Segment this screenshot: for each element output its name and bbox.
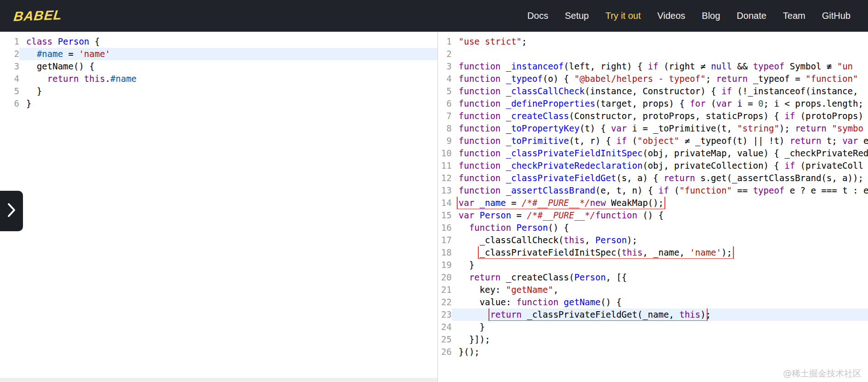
code-line-content[interactable]: function _createClass(Constructor, proto… [452,110,868,122]
code-token: function [459,160,501,171]
code-token: () { [548,222,569,233]
code-token: Person [516,222,548,233]
code-line-content[interactable]: function _checkPrivateRedeclaration(obj,… [452,160,868,172]
code-token: _classPrivateFieldInitSpec( [480,247,622,257]
code-line-content[interactable]: "use strict"; [452,35,868,48]
code-token: _createClass [506,111,569,121]
line-number: 14 [438,197,452,209]
code-token: #name [110,74,136,84]
code-line-content[interactable]: }(); [452,346,868,358]
code-line-content[interactable]: _classCallCheck(this, Person); [452,234,868,246]
code-line-content[interactable]: function _toPrimitive(t, r) { if ("objec… [452,135,868,147]
code-line-content[interactable]: } [452,259,868,271]
code-line-content[interactable]: return _createClass(Person, [{ [452,271,868,284]
code-token: null [711,61,732,71]
code-token: function [459,61,501,71]
nav-item-blog[interactable]: Blog [702,11,720,21]
code-line: 13function _assertClassBrand(e, t, n) { … [438,184,868,197]
code-token: }]); [459,334,490,344]
code-line: 21 key: "getName", [438,284,868,296]
code-line-content[interactable]: function _instanceof(left, right) { if (… [452,60,868,73]
code-line: 4 return this.#name [0,73,437,85]
code-token [827,123,832,133]
code-token: } [459,260,474,270]
nav-item-try-it-out[interactable]: Try it out [605,11,641,21]
code-token: "string" [737,123,779,133]
line-number: 7 [438,110,452,122]
source-editor: 1class Person {2 #name = 'name'3 getName… [0,32,437,382]
code-token: _classPrivateFieldInitSpec [506,148,642,158]
line-number: 6 [438,97,452,110]
code-line: 12function _classPrivateFieldGet(s, a) {… [438,172,868,184]
code-token: && [732,61,753,71]
code-token [26,74,47,84]
babel-logo[interactable]: BABEL [13,7,63,24]
code-line-content[interactable]: return this.#name [19,73,437,85]
code-line: 5function _classCallCheck(instance, Cons… [438,85,868,97]
code-token: function [459,86,501,96]
code-line-content[interactable]: function _toPropertyKey(t) { var i = _to… [452,122,868,135]
line-number: 1 [438,35,452,48]
code-line-content[interactable]: } [452,321,868,333]
code-token: ( [706,98,716,108]
code-line-content[interactable]: function _classPrivateFieldInitSpec(obj,… [452,147,868,160]
line-number: 16 [438,222,452,234]
nav-item-github[interactable]: GitHub [822,11,851,21]
code-token: "function" [806,74,858,84]
code-line-content[interactable]: function _classCallCheck(instance, Const… [452,85,868,97]
code-token: _classCallCheck( [459,235,564,245]
code-token: value: [459,297,516,307]
line-number: 11 [438,160,452,172]
code-line-content[interactable]: class Person { [19,35,437,48]
code-line-content[interactable] [452,48,868,60]
code-token: for [690,98,705,108]
code-token: ); [779,123,795,133]
line-number: 19 [438,259,452,271]
code-token: e [858,136,868,146]
code-line-content[interactable]: function _classPrivateFieldGet(s, a) { r… [452,172,868,184]
code-token: Person [58,36,90,46]
code-line-content[interactable]: key: "getName", [452,284,868,296]
code-line-content[interactable]: #name = 'name' [19,48,437,60]
code-line-content[interactable]: value: function getName() { [452,296,868,308]
nav-item-team[interactable]: Team [783,11,806,21]
code-token [79,74,84,84]
code-line-content[interactable]: return _classPrivateFieldGet(_name, this… [452,308,868,321]
code-token: if [721,86,732,96]
code-line-content[interactable]: function _defineProperties(target, props… [452,97,868,110]
sidebar-expand-button[interactable] [0,191,23,231]
nav-item-donate[interactable]: Donate [737,11,766,21]
code-line-content[interactable]: var _name = /*#__PURE__*/new WeakMap(); [452,197,868,209]
code-line-content[interactable]: var Person = /*#__PURE__*/function () { [452,209,868,222]
line-number: 26 [438,346,452,358]
horizontal-scrollbar[interactable] [0,378,437,382]
code-token: if [648,61,658,71]
code-token: Symbol ≢ [784,61,837,71]
mapping-highlight-box: return _classPrivateFieldGet(_name, this… [490,309,706,319]
code-token [459,222,469,233]
code-token: if [784,160,795,171]
code-token: var [716,98,732,108]
code-token: ); [627,235,637,245]
code-line: 10function _classPrivateFieldInitSpec(ob… [438,147,868,160]
code-line-content[interactable]: function _typeof(o) { "@babel/helpers - … [452,73,868,85]
code-line-content[interactable]: function _assertClassBrand(e, t, n) { if… [452,184,868,197]
line-number: 3 [0,60,19,73]
nav-item-videos[interactable]: Videos [658,11,686,21]
code-line-content[interactable]: _classPrivateFieldInitSpec(this, _name, … [452,246,868,259]
code-line-content[interactable]: function Person() { [452,222,868,234]
code-line: 5 } [0,85,437,97]
code-line-content[interactable]: } [19,85,437,97]
code-token [501,136,506,146]
nav-item-docs[interactable]: Docs [528,11,549,21]
top-navbar: BABEL DocsSetupTry it outVideosBlogDonat… [0,0,868,32]
code-token [501,185,506,195]
code-line: 1class Person { [0,35,437,48]
code-line-content[interactable]: }]); [452,333,868,346]
code-line-content[interactable]: getName() { [19,60,437,73]
repl-main: 1class Person {2 #name = 'name'3 getName… [0,32,868,382]
nav-item-setup[interactable]: Setup [565,11,589,21]
code-token: this [622,247,643,257]
output-editor: 1"use strict";23function _instanceof(lef… [437,32,868,382]
code-line-content[interactable]: } [19,97,437,110]
